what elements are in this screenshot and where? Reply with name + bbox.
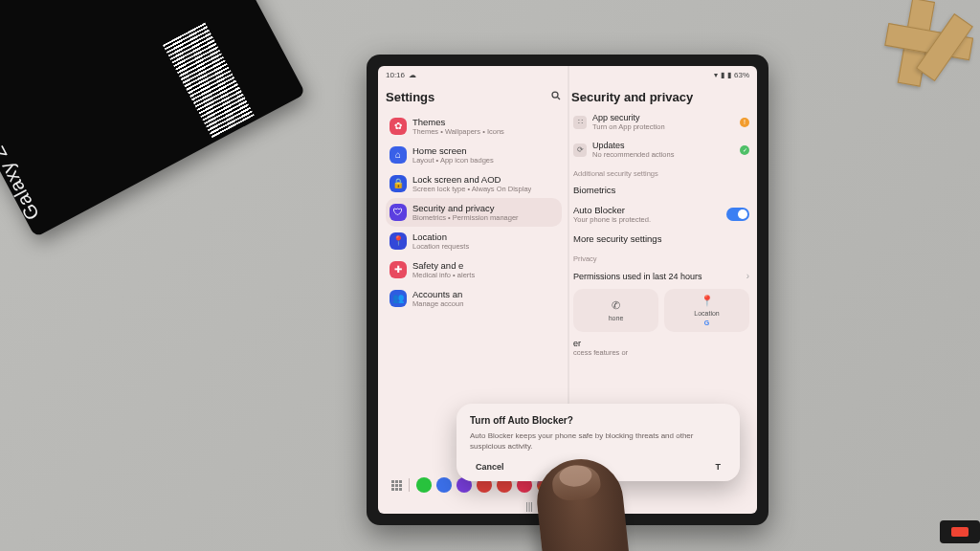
svg-point-0 (552, 92, 558, 98)
sidebar-item-lock-screen[interactable]: 🔒 Lock screen and AODScreen lock type • … (386, 169, 562, 198)
sidebar-item-safety[interactable]: ✚ Safety and eMedical info • alerts (386, 255, 562, 284)
signal-icon: ▮ (727, 71, 731, 79)
row-updates[interactable]: ⟳ Updates No recommended actions ✓ (571, 136, 751, 164)
updates-icon: ⟳ (573, 143, 587, 157)
check-icon: ✓ (740, 145, 749, 155)
shield-icon: 🛡 (390, 204, 407, 221)
sidebar-item-accounts[interactable]: 👥 Accounts anManage accoun (386, 284, 562, 313)
sidebar-item-home-screen[interactable]: ⌂ Home screenLayout • App icon badges (386, 141, 562, 169)
settings-list: ✿ ThemesThemes • Wallpapers • Icons ⌂ Ho… (386, 112, 562, 313)
status-time: 10:16 (386, 71, 405, 79)
accounts-icon: 👥 (390, 290, 407, 307)
messages-app-icon[interactable] (436, 477, 452, 493)
row-biometrics[interactable]: Biometrics (571, 180, 751, 200)
svg-line-1 (558, 97, 561, 99)
row-auto-blocker[interactable]: Auto Blocker Your phone is protected. (571, 200, 751, 229)
page-title: Settings (386, 90, 434, 104)
app-drawer-icon[interactable] (391, 480, 402, 491)
auto-blocker-toggle[interactable] (726, 208, 749, 221)
location-icon: 📍 (390, 232, 407, 250)
sidebar-item-themes[interactable]: ✿ ThemesThemes • Wallpapers • Icons (386, 112, 562, 141)
device-frame: 10:16 ☁ ▾ ▮ ▮ 63% Settings ✿ (367, 55, 768, 525)
phone-icon: ✆ (612, 299, 620, 312)
emergency-icon: ✚ (390, 261, 407, 278)
section-additional: Additional security settings (571, 165, 751, 180)
status-bar: 10:16 ☁ ▾ ▮ ▮ 63% (378, 66, 757, 83)
row-permissions-24h[interactable]: Permissions used in last 24 hours › (571, 265, 751, 287)
battery-label: 63% (734, 71, 749, 79)
dialog-body: Auto Blocker keeps your phone safe by bl… (470, 431, 726, 452)
sidebar-item-location[interactable]: 📍 LocationLocation requests (386, 227, 562, 255)
location-icon: 📍 (701, 295, 714, 307)
row-permission-manager[interactable]: er ccess features or (571, 334, 751, 362)
chevron-right-icon: › (746, 271, 749, 281)
sidebar-item-security[interactable]: 🛡 Security and privacyBiometrics • Permi… (386, 198, 562, 227)
permission-cards: ✆ hone 📍 Location G (571, 287, 751, 334)
row-more-security[interactable]: More security settings (571, 229, 751, 249)
card-location[interactable]: 📍 Location G (664, 289, 749, 332)
search-icon[interactable] (550, 90, 562, 104)
lock-icon: 🔒 (390, 175, 407, 192)
phone-app-icon[interactable] (416, 477, 432, 493)
card-phone[interactable]: ✆ hone (573, 289, 658, 332)
section-privacy: Privacy (571, 251, 751, 265)
box-barcode (163, 23, 255, 139)
detail-title: Security and privacy (571, 85, 751, 108)
corner-tag (940, 520, 980, 543)
apps-icon: ∷ (573, 116, 587, 129)
home-icon: ⌂ (390, 146, 407, 164)
warning-icon: ! (740, 118, 749, 127)
confirm-button[interactable]: T (716, 462, 722, 472)
wifi-icon: ▾ (714, 71, 718, 79)
dialog-title: Turn off Auto Blocker? (470, 415, 726, 426)
google-icon: G (704, 320, 709, 326)
cancel-button[interactable]: Cancel (476, 462, 504, 472)
row-app-security[interactable]: ∷ App security Turn on App protection ! (571, 108, 751, 136)
device-screen: 10:16 ☁ ▾ ▮ ▮ 63% Settings ✿ (378, 66, 757, 514)
themes-icon: ✿ (390, 118, 407, 135)
recents-button[interactable]: ||| (525, 501, 533, 512)
signal-icon: ▮ (721, 71, 724, 79)
